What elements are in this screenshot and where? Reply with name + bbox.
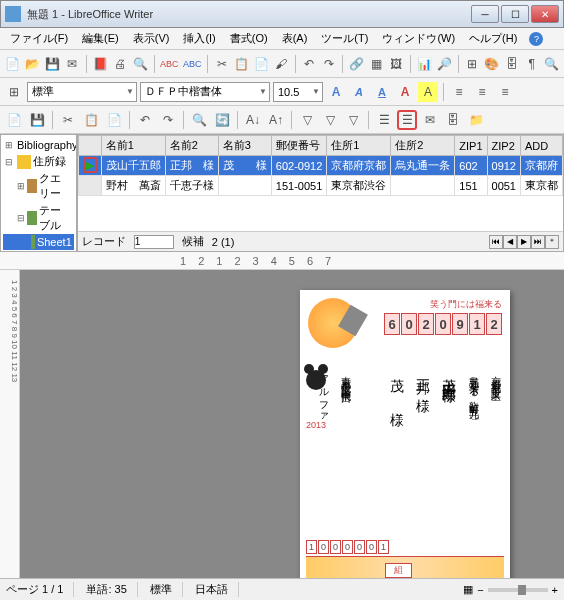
close-button[interactable]: ✕ [531, 5, 559, 23]
email-icon[interactable]: ✉ [64, 54, 81, 74]
copy-icon[interactable]: 📋 [233, 54, 250, 74]
tree-addressbook[interactable]: ⊟住所録 [3, 153, 74, 170]
nav-new-icon[interactable]: ＊ [545, 235, 559, 249]
mm-refresh-icon[interactable]: 🔄 [212, 110, 232, 130]
mm-cut-icon[interactable]: ✂ [58, 110, 78, 130]
link-icon[interactable]: 🔗 [348, 54, 365, 74]
view-mode-icon[interactable]: ▦ [463, 583, 473, 596]
tree-query[interactable]: ⊞クエリー [3, 170, 74, 202]
menu-tools[interactable]: ツール(T) [315, 29, 374, 48]
menu-window[interactable]: ウィンドウ(W) [376, 29, 461, 48]
nonprint-icon[interactable]: ¶ [523, 54, 540, 74]
chart-icon[interactable]: 📊 [416, 54, 433, 74]
preview-icon[interactable]: 🔍 [132, 54, 149, 74]
mm-undo-icon[interactable]: ↶ [135, 110, 155, 130]
datasource-icon[interactable]: 🗄 [503, 54, 520, 74]
mm-datatoform-icon[interactable]: ☰ [397, 110, 417, 130]
sender-zip: 100 0001 [306, 540, 504, 554]
italic-icon[interactable]: A [349, 82, 369, 102]
mm-removefilter-icon[interactable]: ▽ [343, 110, 363, 130]
tree-sheet1[interactable]: Sheet1 [3, 234, 74, 250]
menu-file[interactable]: ファイル(F) [4, 29, 74, 48]
mm-datasource-icon[interactable]: 🗄 [443, 110, 463, 130]
nav-last-icon[interactable]: ⏭ [531, 235, 545, 249]
mm-sort-desc-icon[interactable]: A↑ [266, 110, 286, 130]
style-combo[interactable]: 標準▼ [27, 82, 137, 102]
mm-mailmerge-icon[interactable]: ✉ [420, 110, 440, 130]
mm-new-icon[interactable]: 📄 [4, 110, 24, 130]
redo-icon[interactable]: ↷ [321, 54, 338, 74]
postcard-page[interactable]: 笑う門には福来る 602 0912 2013 アルファ 東京都千代田区千代田一ー… [300, 290, 510, 590]
mm-find-icon[interactable]: 🔍 [189, 110, 209, 130]
autospell-icon[interactable]: ABC [182, 54, 202, 74]
formatting-toolbar: ⊞ 標準▼ ＤＦＰ中楷書体▼ 10.5▼ A A A A A ≡ ≡ ≡ [0, 78, 564, 106]
menu-help[interactable]: ヘルプ(H) [463, 29, 523, 48]
spellcheck-icon[interactable]: ABC [159, 54, 179, 74]
document-area: 1 2 3 4 5 6 7 8 9 10 11 12 13 笑う門には福来る 6… [0, 270, 564, 600]
table-icon[interactable]: ▦ [368, 54, 385, 74]
mm-save-icon[interactable]: 💾 [27, 110, 47, 130]
brush-icon[interactable]: 🖌 [273, 54, 290, 74]
mm-autofilter-icon[interactable]: ▽ [320, 110, 340, 130]
align-right-icon[interactable]: ≡ [495, 82, 515, 102]
styles-icon[interactable]: ⊞ [4, 82, 24, 102]
menu-view[interactable]: 表示(V) [127, 29, 176, 48]
new-icon[interactable]: 📄 [4, 54, 21, 74]
highlight-icon[interactable]: A [418, 82, 438, 102]
cut-icon[interactable]: ✂ [213, 54, 230, 74]
app-icon [5, 6, 21, 22]
zoom-in-icon[interactable]: + [552, 584, 558, 596]
nav-icon[interactable]: ⊞ [464, 54, 481, 74]
size-combo[interactable]: 10.5▼ [273, 82, 323, 102]
help-icon[interactable]: ? [529, 32, 543, 46]
nav-prev-icon[interactable]: ◀ [503, 235, 517, 249]
record-number-input[interactable] [134, 235, 174, 249]
pdf-icon[interactable]: 📕 [92, 54, 109, 74]
tree-bibliography[interactable]: ⊞Bibliography [3, 137, 74, 153]
nav-next-icon[interactable]: ▶ [517, 235, 531, 249]
mm-redo-icon[interactable]: ↷ [158, 110, 178, 130]
mm-explorer-icon[interactable]: 📁 [466, 110, 486, 130]
table-row[interactable]: ▶ 茂山千五郎正邦 様茂 様 602-0912京都府京都烏丸通一条 602091… [78, 156, 562, 176]
mm-filter-icon[interactable]: ▽ [297, 110, 317, 130]
gallery-icon[interactable]: 🎨 [483, 54, 500, 74]
zoom-icon[interactable]: 🔍 [543, 54, 560, 74]
record-navbar: レコード 候補 2 (1) ⏮ ◀ ▶ ⏭ ＊ [78, 231, 563, 251]
zoom-slider[interactable] [488, 588, 548, 592]
bold-icon[interactable]: A [326, 82, 346, 102]
menu-edit[interactable]: 編集(E) [76, 29, 125, 48]
table-row[interactable]: 野村 萬斎千恵子様 151-0051東京都渋谷 1510051東京都 [78, 176, 562, 196]
image-icon[interactable]: 🖼 [388, 54, 405, 74]
font-combo[interactable]: ＤＦＰ中楷書体▼ [140, 82, 270, 102]
status-bar: ページ 1 / 1 単語: 35 標準 日本語 ▦ − + [0, 578, 564, 600]
recipient-name3: 茂 様 [388, 368, 406, 528]
align-left-icon[interactable]: ≡ [449, 82, 469, 102]
fontcolor-icon[interactable]: A [395, 82, 415, 102]
undo-icon[interactable]: ↶ [301, 54, 318, 74]
save-icon[interactable]: 💾 [44, 54, 61, 74]
tree-tables[interactable]: ⊟テーブル [3, 202, 74, 234]
align-center-icon[interactable]: ≡ [472, 82, 492, 102]
mm-copy-icon[interactable]: 📋 [81, 110, 101, 130]
menu-insert[interactable]: 挿入(I) [177, 29, 221, 48]
status-style: 標準 [150, 582, 183, 597]
title-bar: 無題 1 - LibreOffice Writer ─ ☐ ✕ [0, 0, 564, 28]
minimize-button[interactable]: ─ [471, 5, 499, 23]
recipient-addr2: 烏丸通一条下る龍前町五九〇 [466, 368, 480, 528]
data-grid[interactable]: 名前1名前2名前3 郵便番号住所1住所2 ZIP1ZIP2ADD ▶ 茂山千五郎… [78, 135, 563, 196]
find-icon[interactable]: 🔎 [436, 54, 453, 74]
mm-paste-icon[interactable]: 📄 [104, 110, 124, 130]
open-icon[interactable]: 📂 [24, 54, 41, 74]
print-icon[interactable]: 🖨 [112, 54, 129, 74]
zoom-out-icon[interactable]: − [477, 584, 483, 596]
menu-table[interactable]: 表(A) [276, 29, 314, 48]
recipient-name1: 茂山千五郎様 [440, 368, 458, 528]
maximize-button[interactable]: ☐ [501, 5, 529, 23]
paste-icon[interactable]: 📄 [253, 54, 270, 74]
grid-header-row: 名前1名前2名前3 郵便番号住所1住所2 ZIP1ZIP2ADD [78, 136, 562, 156]
underline-icon[interactable]: A [372, 82, 392, 102]
mm-sort-asc-icon[interactable]: A↓ [243, 110, 263, 130]
menu-format[interactable]: 書式(O) [224, 29, 274, 48]
mm-fields-icon[interactable]: ☰ [374, 110, 394, 130]
nav-first-icon[interactable]: ⏮ [489, 235, 503, 249]
